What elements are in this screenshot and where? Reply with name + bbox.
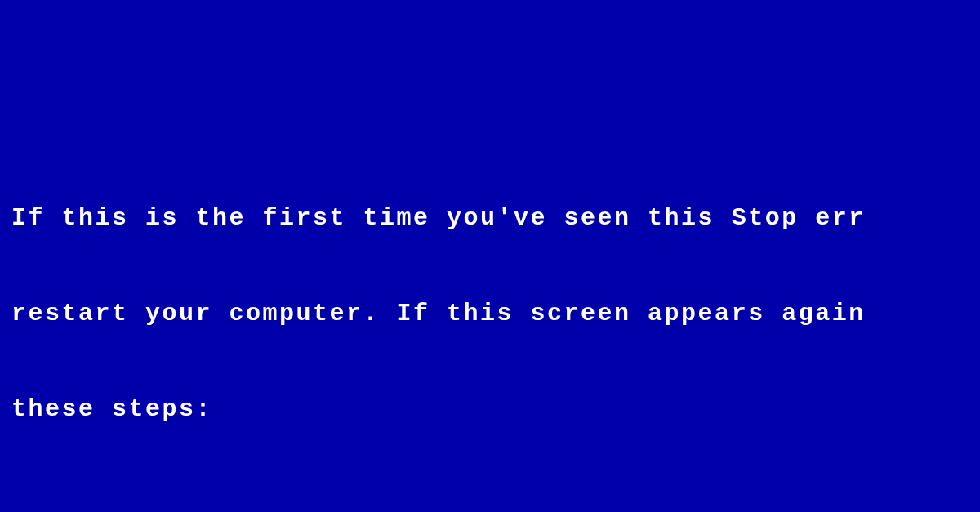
- bsod-instruction-line-3: these steps:: [11, 394, 964, 425]
- bsod-instruction-line-1: If this is the first time you've seen th…: [11, 203, 964, 234]
- bsod-error-screen: If this is the first time you've seen th…: [11, 139, 964, 512]
- blank-line: [11, 489, 964, 512]
- bsod-instruction-line-2: restart your computer. If this screen ap…: [11, 298, 964, 330]
